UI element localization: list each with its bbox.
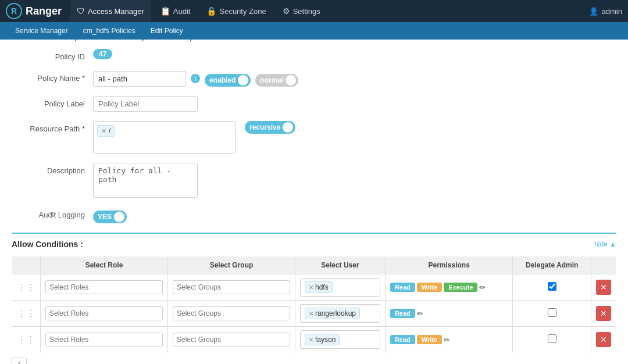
- audit-toggle[interactable]: YES: [93, 210, 127, 223]
- role-cell: [41, 274, 168, 301]
- nav-audit[interactable]: 📋 Audit: [154, 0, 198, 22]
- breadcrumb-edit-policy[interactable]: Edit Policy: [145, 24, 190, 37]
- th-user: Select User: [295, 256, 385, 274]
- table-row: ⋮⋮✕rangerlookupRead✏✕: [12, 301, 616, 327]
- normal-toggle[interactable]: normal: [255, 74, 298, 87]
- group-cell: [167, 274, 295, 301]
- delete-row-button[interactable]: ✕: [596, 332, 611, 347]
- perm-badge-write[interactable]: Write: [417, 283, 442, 292]
- description-group: Description Policy for all - path: [12, 163, 616, 198]
- nav-settings-label: Settings: [293, 7, 320, 16]
- user-input-area[interactable]: ✕rangerlookup: [300, 304, 380, 323]
- nav-security-zone[interactable]: 🔒 Security Zone: [199, 0, 273, 22]
- permissions-cell: ReadWrite✏: [385, 327, 512, 353]
- audit-icon: 📋: [160, 6, 170, 16]
- group-input[interactable]: [173, 333, 290, 347]
- nav-audit-label: Audit: [173, 7, 191, 16]
- user-tag-value: rangerlookup: [315, 309, 356, 317]
- th-group: Select Group: [167, 256, 295, 274]
- hide-link[interactable]: hide ▲: [594, 240, 616, 248]
- th-delegate: Delegate Admin: [513, 256, 591, 274]
- audit-logging-group: Audit Logging YES: [12, 207, 616, 223]
- tag-close-icon[interactable]: ✕: [101, 127, 106, 135]
- resource-path-row: ✕ / recursive: [93, 121, 295, 154]
- add-row-button[interactable]: +: [12, 358, 27, 364]
- breadcrumb-service-manager[interactable]: Service Manager: [9, 24, 75, 37]
- drag-icon: ⋮⋮: [17, 283, 35, 292]
- policy-label-input[interactable]: [93, 96, 198, 112]
- user-tag-close-icon[interactable]: ✕: [309, 284, 313, 291]
- delegate-checkbox[interactable]: [548, 334, 556, 343]
- perm-area: ReadWriteExecute✏: [390, 283, 508, 292]
- user-tag-close-icon[interactable]: ✕: [309, 337, 313, 343]
- drag-handle[interactable]: ⋮⋮: [12, 301, 41, 327]
- perm-badge-read[interactable]: Read: [390, 335, 415, 344]
- user-tag-close-icon[interactable]: ✕: [309, 311, 313, 317]
- drag-handle[interactable]: ⋮⋮: [12, 274, 41, 301]
- delete-row-button[interactable]: ✕: [596, 306, 611, 321]
- user-tag: ✕fayson: [305, 334, 340, 345]
- delete-row-button[interactable]: ✕: [596, 280, 611, 295]
- breadcrumb-edit-policy-label: Edit Policy: [151, 27, 183, 35]
- user-input-area[interactable]: ✕hdfs: [300, 278, 380, 297]
- perm-edit-icon[interactable]: ✏: [417, 309, 423, 318]
- page-wrapper: R Ranger 🛡 Access Manager 📋 Audit 🔒 Secu…: [0, 0, 628, 364]
- perm-edit-icon[interactable]: ✏: [444, 336, 450, 344]
- audit-toggle-circle: [114, 212, 124, 222]
- nav-access-manager[interactable]: 🛡 Access Manager: [70, 0, 151, 22]
- normal-toggle-circle: [286, 75, 296, 85]
- delegate-checkbox[interactable]: [548, 308, 556, 317]
- nav-access-manager-label: Access Manager: [88, 7, 144, 16]
- user-cell: ✕hdfs: [295, 274, 385, 301]
- role-input[interactable]: [45, 306, 163, 320]
- delegate-cell: [513, 301, 591, 327]
- perm-area: Read✏: [390, 309, 508, 318]
- description-textarea[interactable]: Policy for all - path: [93, 163, 198, 198]
- info-icon[interactable]: i: [191, 74, 200, 83]
- resource-path-group: Resource Path * ✕ / recursive: [12, 121, 616, 154]
- role-input[interactable]: [45, 333, 163, 347]
- policy-name-input[interactable]: [93, 71, 186, 87]
- role-cell: [41, 301, 168, 327]
- resource-path-input-area[interactable]: ✕ /: [93, 121, 236, 154]
- logo-icon: R: [6, 3, 22, 19]
- user-tag: ✕rangerlookup: [305, 308, 360, 319]
- policy-name-row: i enabled normal: [93, 70, 298, 87]
- breadcrumb: Service Manager cm_hdfs Policies Edit Po…: [0, 22, 628, 40]
- breadcrumb-policies[interactable]: cm_hdfs Policies: [77, 24, 142, 37]
- nav-settings[interactable]: ⚙ Settings: [276, 0, 327, 22]
- recursive-toggle-circle: [283, 122, 293, 133]
- enabled-toggle-circle: [238, 75, 248, 85]
- delegate-checkbox[interactable]: [548, 282, 556, 291]
- description-label: Description: [12, 163, 93, 175]
- group-input[interactable]: [173, 306, 290, 320]
- perm-badge-write[interactable]: Write: [417, 335, 442, 344]
- nav-user-area: 👤 admin: [589, 7, 622, 16]
- policy-name-label: Policy Name *: [12, 70, 93, 83]
- nav-username: admin: [602, 7, 622, 16]
- security-icon: 🔒: [206, 6, 216, 16]
- user-cell: ✕rangerlookup: [295, 301, 385, 327]
- policy-id-group: Policy ID 47: [12, 49, 616, 61]
- role-input[interactable]: [45, 280, 163, 294]
- recursive-toggle-label: recursive: [249, 123, 280, 131]
- perm-badge-read[interactable]: Read: [390, 309, 415, 318]
- th-drag: [12, 256, 41, 274]
- user-tag: ✕hdfs: [305, 281, 333, 293]
- conditions-table-header: Select Role Select Group Select User Per…: [12, 256, 616, 274]
- user-tag-value: fayson: [315, 336, 336, 344]
- resource-path-tag: ✕ /: [97, 125, 115, 137]
- th-action: [591, 256, 616, 274]
- policy-label-label: Policy Label: [12, 96, 93, 108]
- policy-toggle-group: enabled normal: [205, 74, 298, 87]
- enabled-toggle[interactable]: enabled: [205, 74, 251, 87]
- delete-cell: ✕: [591, 327, 616, 353]
- recursive-toggle[interactable]: recursive: [245, 121, 295, 134]
- perm-edit-icon[interactable]: ✏: [479, 283, 486, 292]
- user-input-area[interactable]: ✕fayson: [300, 330, 380, 349]
- group-input[interactable]: [173, 280, 290, 294]
- allow-conditions-title: Allow Conditions :: [12, 240, 83, 249]
- perm-badge-read[interactable]: Read: [390, 283, 415, 292]
- perm-badge-execute[interactable]: Execute: [444, 283, 477, 292]
- drag-handle[interactable]: ⋮⋮: [12, 327, 41, 353]
